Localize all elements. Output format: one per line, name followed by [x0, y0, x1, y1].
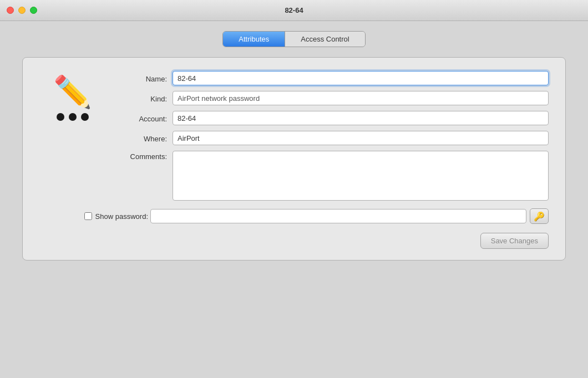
bottom-bar: Save Changes — [39, 233, 549, 249]
save-changes-button[interactable]: Save Changes — [480, 233, 549, 249]
minimize-button[interactable] — [18, 7, 26, 14]
where-input[interactable] — [173, 131, 549, 145]
pencil-icon: ✏️ — [53, 76, 92, 108]
comments-input[interactable] — [173, 151, 549, 201]
comments-label: Comments: — [117, 151, 167, 161]
dot-3 — [81, 113, 89, 121]
dots-area — [57, 113, 89, 121]
password-input[interactable] — [150, 209, 526, 223]
form-body: ✏️ Name: Kind: — [39, 71, 549, 201]
tab-bar: Attributes Access Control — [222, 31, 365, 47]
fields-area: Name: Kind: Account: Where: — [117, 71, 549, 201]
show-password-label: Show password: — [95, 212, 148, 221]
dot-1 — [57, 113, 64, 121]
name-row: Name: — [117, 71, 549, 85]
tab-attributes[interactable]: Attributes — [223, 32, 285, 47]
comments-row: Comments: — [117, 151, 549, 201]
show-password-checkbox[interactable] — [84, 212, 92, 220]
password-section: Show password: 🔑 — [39, 208, 549, 224]
dot-2 — [69, 113, 77, 121]
window-controls — [7, 7, 37, 14]
title-bar: 82-64 — [0, 0, 588, 21]
account-row: Account: — [117, 111, 549, 125]
close-button[interactable] — [7, 7, 14, 14]
password-left: Show password: — [39, 212, 150, 221]
password-row-outer: Show password: 🔑 — [39, 208, 549, 224]
where-label: Where: — [117, 133, 167, 143]
kind-row: Kind: — [117, 91, 549, 105]
name-label: Name: — [117, 73, 167, 83]
key-icon: 🔑 — [534, 211, 545, 222]
maximize-button[interactable] — [30, 7, 37, 14]
key-button[interactable]: 🔑 — [530, 208, 549, 224]
tab-access-control[interactable]: Access Control — [285, 32, 364, 47]
name-input[interactable] — [173, 71, 549, 85]
password-right: 🔑 — [150, 208, 549, 224]
main-content: Attributes Access Control ✏️ Name: — [0, 21, 588, 378]
where-row: Where: — [117, 131, 549, 145]
window-title: 82-64 — [285, 6, 303, 14]
account-label: Account: — [117, 113, 167, 123]
kind-label: Kind: — [117, 93, 167, 103]
form-panel: ✏️ Name: Kind: — [22, 57, 566, 260]
kind-input[interactable] — [173, 91, 549, 105]
icon-area: ✏️ — [39, 71, 106, 201]
account-input[interactable] — [173, 111, 549, 125]
